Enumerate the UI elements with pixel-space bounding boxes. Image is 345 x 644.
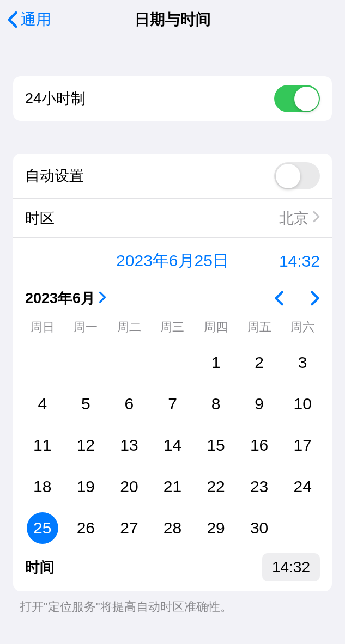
chevron-left-icon — [274, 291, 284, 306]
day-cell[interactable]: 9 — [238, 383, 281, 425]
day-cell[interactable]: 20 — [107, 466, 151, 507]
toggle-knob — [276, 164, 300, 188]
nav-header: 通用 日期与时间 — [0, 0, 345, 39]
day-number: 5 — [70, 388, 101, 420]
day-cell[interactable]: 8 — [194, 383, 238, 425]
weekday-label: 周一 — [64, 316, 108, 339]
calendar-grid: 1234567891011121314151617181920212223242… — [13, 342, 332, 549]
day-number: 7 — [156, 388, 188, 420]
day-cell[interactable]: 15 — [194, 425, 238, 466]
day-number: 13 — [113, 430, 145, 461]
day-number: 1 — [200, 347, 232, 378]
value-timezone: 北京 — [279, 208, 308, 228]
day-cell-empty — [151, 342, 195, 383]
day-cell[interactable]: 25 — [21, 507, 64, 549]
day-cell[interactable]: 27 — [107, 507, 151, 549]
day-cell[interactable]: 10 — [281, 383, 324, 425]
day-cell[interactable]: 22 — [194, 466, 238, 507]
day-cell[interactable]: 11 — [21, 425, 64, 466]
weekday-label: 周三 — [151, 316, 195, 339]
month-nav — [274, 291, 320, 306]
prev-month-button[interactable] — [274, 291, 284, 306]
settings-group-1: 24小时制 — [13, 76, 332, 121]
chevron-right-icon — [313, 210, 320, 226]
chevron-right-icon — [310, 291, 320, 306]
back-label: 通用 — [21, 9, 51, 30]
row-time-picker: 时间 14:32 — [13, 549, 332, 591]
day-cell[interactable]: 18 — [21, 466, 64, 507]
day-number: 21 — [156, 471, 188, 502]
day-number: 18 — [27, 471, 58, 502]
day-cell[interactable]: 6 — [107, 383, 151, 425]
weekday-label: 周六 — [281, 316, 324, 339]
label-24h-format: 24小时制 — [25, 89, 274, 108]
day-number: 29 — [200, 512, 232, 544]
day-cell-empty — [64, 342, 108, 383]
time-display[interactable]: 14:32 — [279, 252, 320, 271]
time-label: 时间 — [25, 557, 262, 577]
time-value-button[interactable]: 14:32 — [262, 553, 320, 581]
day-cell[interactable]: 13 — [107, 425, 151, 466]
row-current-date-time: 2023年6月25日 14:32 — [13, 238, 332, 284]
row-auto-set: 自动设置 — [13, 154, 332, 199]
day-number: 27 — [113, 512, 145, 544]
month-picker[interactable]: 2023年6月 — [25, 289, 274, 308]
day-cell[interactable]: 30 — [238, 507, 281, 549]
chevron-right-icon — [99, 290, 106, 307]
footer-hint: 打开"定位服务"将提高自动时区准确性。 — [0, 591, 345, 615]
label-timezone: 时区 — [25, 208, 279, 228]
day-cell[interactable]: 2 — [238, 342, 281, 383]
day-number: 26 — [70, 512, 101, 544]
day-cell[interactable]: 14 — [151, 425, 195, 466]
row-24h-format: 24小时制 — [13, 76, 332, 121]
day-cell[interactable]: 12 — [64, 425, 108, 466]
day-cell[interactable]: 21 — [151, 466, 195, 507]
day-number: 20 — [113, 471, 145, 502]
row-timezone[interactable]: 时区 北京 — [13, 199, 332, 238]
day-cell[interactable]: 23 — [238, 466, 281, 507]
day-number: 28 — [156, 512, 188, 544]
day-cell[interactable]: 5 — [64, 383, 108, 425]
day-number: 24 — [287, 471, 318, 502]
next-month-button[interactable] — [310, 291, 320, 306]
weekday-label: 周二 — [107, 316, 151, 339]
day-number: 25 — [27, 512, 58, 544]
chevron-left-icon — [7, 11, 19, 28]
month-label: 2023年6月 — [25, 289, 95, 308]
day-number: 14 — [156, 430, 188, 461]
page-title: 日期与时间 — [135, 9, 211, 30]
weekday-label: 周四 — [194, 316, 238, 339]
day-cell[interactable]: 4 — [21, 383, 64, 425]
day-cell[interactable]: 1 — [194, 342, 238, 383]
weekday-row: 周日周一周二周三周四周五周六 — [13, 316, 332, 339]
day-cell[interactable]: 29 — [194, 507, 238, 549]
day-cell[interactable]: 19 — [64, 466, 108, 507]
day-number: 11 — [27, 430, 58, 461]
day-number: 22 — [200, 471, 232, 502]
weekday-label: 周五 — [238, 316, 281, 339]
day-cell[interactable]: 17 — [281, 425, 324, 466]
day-number: 23 — [244, 471, 275, 502]
day-number: 4 — [27, 388, 58, 420]
day-number: 15 — [200, 430, 232, 461]
day-cell[interactable]: 26 — [64, 507, 108, 549]
day-cell[interactable]: 16 — [238, 425, 281, 466]
label-auto-set: 自动设置 — [25, 166, 274, 186]
day-cell[interactable]: 3 — [281, 342, 324, 383]
day-number: 19 — [70, 471, 101, 502]
toggle-24h-format[interactable] — [274, 85, 320, 112]
day-cell[interactable]: 28 — [151, 507, 195, 549]
day-number: 3 — [287, 347, 318, 378]
back-button[interactable]: 通用 — [7, 9, 51, 30]
toggle-knob — [294, 87, 319, 111]
date-display[interactable]: 2023年6月25日 — [116, 250, 229, 272]
calendar-header: 2023年6月 — [13, 284, 332, 316]
toggle-auto-set[interactable] — [274, 162, 320, 189]
day-number: 30 — [244, 512, 275, 544]
day-number: 8 — [200, 388, 232, 420]
day-number: 6 — [113, 388, 145, 420]
day-cell-empty — [107, 342, 151, 383]
day-number: 10 — [287, 388, 318, 420]
day-cell[interactable]: 7 — [151, 383, 195, 425]
day-cell[interactable]: 24 — [281, 466, 324, 507]
